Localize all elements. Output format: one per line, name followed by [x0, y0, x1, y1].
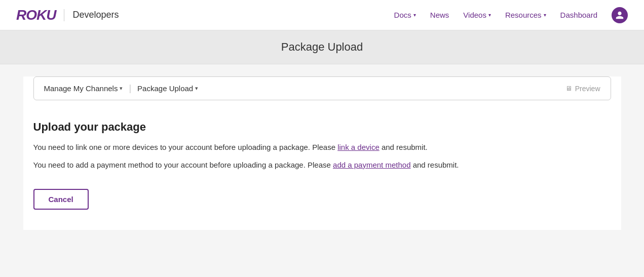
videos-chevron-icon: ▾	[488, 12, 491, 18]
videos-label: Videos	[463, 11, 486, 19]
add-payment-method[interactable]: add a payment method	[333, 161, 410, 169]
nav-news[interactable]: News	[430, 11, 449, 19]
manage-channels-label: Manage My Channels	[44, 84, 118, 93]
resources-chevron-icon: ▾	[544, 12, 546, 18]
breadcrumb-bar: Manage My Channels ▾ | Package Upload ▾ …	[33, 76, 611, 100]
breadcrumb-left: Manage My Channels ▾ | Package Upload ▾	[44, 83, 199, 94]
docs-chevron-icon: ▾	[413, 12, 416, 18]
nav-dashboard[interactable]: Dashboard	[560, 11, 597, 19]
user-icon	[615, 11, 624, 20]
main-content: Manage My Channels ▾ | Package Upload ▾ …	[23, 76, 621, 230]
dashboard-label: Dashboard	[560, 11, 597, 19]
news-label: News	[430, 11, 449, 19]
breadcrumb-package-upload[interactable]: Package Upload ▾	[137, 84, 198, 93]
breadcrumb-divider: |	[129, 83, 131, 94]
navbar-right: Docs ▾ News Videos ▾ Resources ▾ Dashboa…	[394, 7, 628, 23]
roku-logo[interactable]: ROKU	[16, 7, 56, 23]
page-header: Package Upload	[0, 30, 644, 64]
resources-label: Resources	[505, 11, 542, 19]
brand-divider	[64, 9, 64, 21]
nav-docs[interactable]: Docs ▾	[394, 11, 416, 19]
preview-icon: 🖥	[565, 85, 572, 92]
preview-label: Preview	[575, 85, 600, 93]
package-upload-label: Package Upload	[137, 84, 193, 93]
navbar: ROKU Developers Docs ▾ News Videos ▾ Res…	[0, 0, 644, 30]
developers-label: Developers	[72, 10, 119, 20]
upload-section: Upload your package You need to link one…	[33, 116, 611, 210]
message1-before: You need to link one or more devices to …	[33, 143, 338, 151]
navbar-left: ROKU Developers	[16, 7, 119, 23]
user-avatar[interactable]	[612, 7, 628, 23]
nav-videos[interactable]: Videos ▾	[463, 11, 491, 19]
upload-title: Upload your package	[33, 121, 611, 134]
docs-label: Docs	[394, 11, 411, 19]
cancel-button[interactable]: Cancel	[33, 189, 89, 210]
message1-after: and resubmit.	[380, 143, 428, 151]
message2-before: You need to add a payment method to your…	[33, 161, 333, 169]
breadcrumb-right[interactable]: 🖥 Preview	[565, 85, 600, 93]
page-title: Package Upload	[0, 41, 644, 54]
message2-after: and resubmit.	[410, 161, 459, 169]
roku-wordmark: ROKU	[16, 7, 56, 23]
link-a-device[interactable]: link a device	[337, 143, 380, 151]
upload-message-2: You need to add a payment method to your…	[33, 160, 611, 171]
nav-resources[interactable]: Resources ▾	[505, 11, 546, 19]
breadcrumb-manage-channels[interactable]: Manage My Channels ▾	[44, 84, 123, 93]
manage-channels-chevron-icon: ▾	[120, 85, 123, 92]
upload-message-1: You need to link one or more devices to …	[33, 142, 611, 153]
package-upload-chevron-icon: ▾	[195, 85, 198, 92]
